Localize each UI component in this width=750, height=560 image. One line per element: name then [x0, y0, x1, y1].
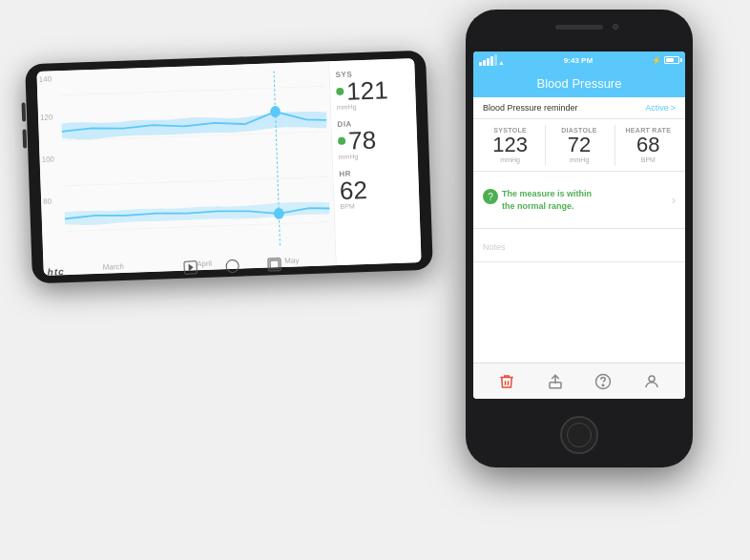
svg-point-10 [649, 376, 655, 382]
sys-dot [336, 88, 344, 95]
x-may: May [284, 257, 299, 266]
htc-menu-icon [269, 259, 279, 269]
signal-bar-1 [479, 62, 482, 66]
metric-systole: SYSTOLE 123 mmHg [477, 125, 543, 165]
bluetooth-icon: ⚡ [652, 56, 661, 65]
htc-side-buttons [22, 102, 28, 148]
svg-line-0 [60, 86, 325, 95]
battery-icon [664, 56, 679, 64]
normal-range-text: The measure is withinthe normal range. [502, 188, 592, 212]
iphone-speaker [555, 25, 603, 30]
chart-area: 140 120 100 80 [36, 61, 335, 276]
htc-volume-up [22, 102, 27, 121]
htc-logo: htc [48, 266, 65, 278]
htc-screen: 140 120 100 80 [36, 58, 421, 276]
iphone-camera [613, 24, 618, 30]
htc-back-button[interactable] [183, 260, 197, 274]
notes-row[interactable]: Notes [473, 229, 685, 262]
iphone: ▲ 9:43 PM ⚡ Blood Pressure Blood Pressur… [466, 10, 693, 467]
dia-dot [338, 137, 345, 145]
reminder-status: Active [645, 103, 669, 113]
dia-stat: DIA 78 mmHg [337, 117, 411, 160]
htc-menu-button[interactable] [267, 258, 281, 271]
reminder-label: Blood Pressure reminder [483, 103, 578, 113]
wifi-icon: ▲ [498, 59, 505, 66]
sys-value: 121 [346, 77, 388, 103]
status-bar: ▲ 9:43 PM ⚡ [473, 52, 685, 69]
hr-value: 62 [339, 177, 367, 203]
signal-bar-5 [494, 54, 497, 66]
chart-svg [60, 69, 332, 271]
stats-panel: SYS 121 mmHg DIA 78 mmHg HR 62 BPM [328, 58, 421, 265]
normal-range-row[interactable]: ? The measure is withinthe normal range.… [473, 172, 685, 229]
trash-button[interactable] [496, 371, 517, 392]
battery-fill [666, 58, 674, 62]
iphone-home-button-ring [567, 423, 592, 447]
normal-range-chevron: › [672, 194, 676, 207]
notes-label: Notes [483, 242, 506, 252]
htc-volume-down [22, 129, 27, 148]
heartrate-value: 68 [636, 134, 659, 156]
iphone-home-button[interactable] [560, 416, 598, 454]
chart-y-80: 80 [43, 197, 52, 206]
signal-bar-4 [490, 56, 493, 66]
chart-y-100: 100 [41, 155, 54, 163]
chart-y-140: 140 [39, 74, 52, 83]
htc-back-icon [188, 263, 193, 271]
svg-line-4 [274, 71, 280, 246]
htc-home-button[interactable] [225, 259, 239, 273]
svg-line-2 [64, 176, 329, 186]
status-time: 9:43 PM [564, 56, 593, 65]
dia-unit: mmHg [339, 153, 359, 160]
metric-heartrate: HEART RATE 68 BPM [615, 125, 681, 165]
svg-point-9 [603, 384, 605, 386]
systole-unit: mmHg [500, 156, 520, 163]
signal-bar-3 [487, 58, 490, 66]
diastole-value: 72 [568, 134, 591, 156]
sys-unit: mmHg [337, 103, 357, 111]
metric-diastole: DIASTOLE 72 mmHg [545, 125, 612, 165]
question-icon: ? [483, 189, 498, 204]
hr-stat: HR 62 BPM [339, 167, 413, 210]
reminder-chevron: > [671, 103, 676, 113]
htc-phone: 140 120 100 80 [25, 51, 433, 284]
bottom-toolbar [473, 363, 685, 399]
app-title: Blood Pressure [537, 76, 622, 91]
signal-bars: ▲ [479, 54, 505, 66]
chart-y-120: 120 [40, 113, 53, 121]
help-button[interactable] [593, 371, 614, 392]
heartrate-unit: BPM [641, 156, 656, 163]
metrics-row: SYSTOLE 123 mmHg DIASTOLE 72 mmHg HEART … [473, 119, 685, 172]
dia-value: 78 [348, 128, 377, 154]
systole-value: 123 [492, 134, 528, 156]
diastole-unit: mmHg [570, 156, 590, 163]
reminder-row[interactable]: Blood Pressure reminder Active > [473, 97, 685, 119]
app-header: Blood Pressure [473, 69, 685, 97]
iphone-screen: ▲ 9:43 PM ⚡ Blood Pressure Blood Pressur… [473, 52, 685, 399]
x-march: March [103, 262, 125, 272]
normal-range-content: ? The measure is withinthe normal range. [483, 188, 592, 212]
sys-stat: SYS 121 mmHg [336, 68, 410, 111]
profile-button[interactable] [641, 371, 662, 392]
status-right: ⚡ [652, 56, 679, 65]
signal-bar-2 [483, 60, 486, 66]
htc-nav-bar [183, 258, 281, 275]
hr-unit: BPM [340, 202, 354, 210]
share-button[interactable] [545, 371, 566, 392]
